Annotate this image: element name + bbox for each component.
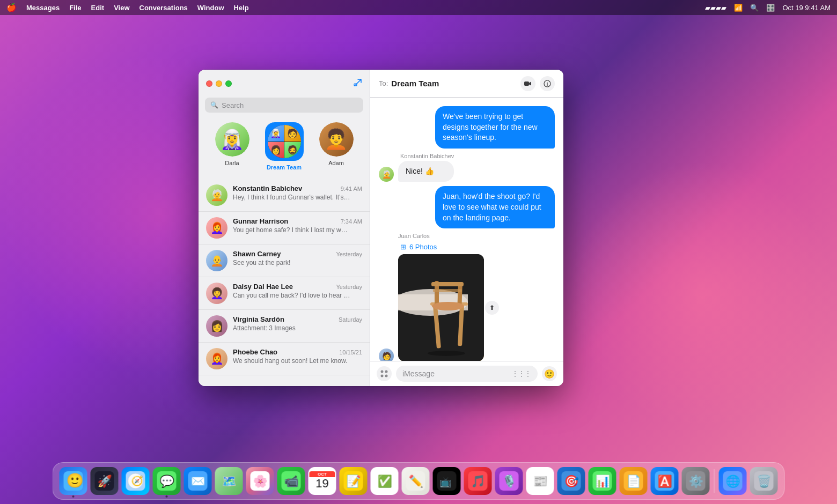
- apps-button[interactable]: [377, 366, 392, 381]
- avatar-daisy: 👩‍🦱: [206, 283, 227, 304]
- minimize-button[interactable]: [216, 80, 222, 87]
- dock-calendar[interactable]: OCT 19: [309, 467, 336, 495]
- conv-name-phoebe: Phoebe Chao: [233, 348, 336, 356]
- dock-system-preferences[interactable]: ⚙️: [682, 467, 710, 495]
- sidebar-titlebar: [199, 70, 370, 98]
- dock-launchpad[interactable]: 🚀: [91, 467, 119, 495]
- svg-text:🎵: 🎵: [471, 474, 486, 488]
- menubar-left: 🍎 Messages File Edit View Conversations …: [6, 3, 705, 12]
- dock-numbers[interactable]: 📊: [589, 467, 616, 495]
- svg-text:📄: 📄: [627, 474, 642, 488]
- conv-info-shawn: Shawn Carney Yesterday See you at the pa…: [233, 250, 362, 266]
- conv-item-gunnar[interactable]: 👩‍🦰 Gunnar Harrison 7:34 AM You get home…: [199, 212, 370, 244]
- dock-mail[interactable]: ✉️: [184, 467, 212, 495]
- menu-messages[interactable]: Messages: [26, 4, 60, 12]
- conv-info-phoebe: Phoebe Chao 10/15/21 We should hang out …: [233, 348, 362, 365]
- menu-window[interactable]: Window: [197, 4, 224, 12]
- conv-time-shawn: Yesterday: [336, 251, 362, 257]
- dock-reminders[interactable]: ✅: [371, 467, 399, 495]
- conv-item-konstantin[interactable]: 🧑‍🦳 Konstantin Babichev 9:41 AM Hey, I t…: [199, 179, 370, 212]
- dock-news[interactable]: 📰: [526, 467, 554, 495]
- svg-text:🗑️: 🗑️: [757, 474, 772, 488]
- avatar-konstantin: 🧑‍🦳: [206, 184, 227, 206]
- svg-text:💬: 💬: [160, 474, 175, 488]
- conv-item-daisy[interactable]: 👩‍🦱 Daisy Dal Hae Lee Yesterday Can you …: [199, 277, 370, 310]
- conv-item-phoebe[interactable]: 👩‍🦰 Phoebe Chao 10/15/21 We should hang …: [199, 343, 370, 375]
- menu-view[interactable]: View: [114, 4, 129, 12]
- traffic-lights: [206, 80, 232, 87]
- apple-menu[interactable]: 🍎: [6, 3, 17, 12]
- search-placeholder: Search: [222, 101, 244, 109]
- dock-maps[interactable]: 🗺️: [215, 467, 243, 495]
- svg-text:✏️: ✏️: [409, 474, 424, 488]
- dock-pages[interactable]: 📄: [620, 467, 648, 495]
- avatar-adam: 🧑‍🦱: [319, 122, 354, 157]
- conv-item-virginia[interactable]: 👩 Virginia Sardón Saturday Attachment: 3…: [199, 310, 370, 343]
- bubble-out-2: Juan, how'd the shoot go? I'd love to se…: [435, 186, 555, 228]
- search-status-icon[interactable]: 🔍: [750, 4, 759, 12]
- dock-photos[interactable]: 🌸: [246, 467, 274, 495]
- dock-appletv[interactable]: 📺: [433, 467, 461, 495]
- messages-sidebar: 🔍 Search 🧝‍♀️ Darla 🧝‍♀️ 🧑: [199, 70, 370, 386]
- svg-rect-12: [431, 282, 464, 286]
- conv-preview-phoebe: We should hang out soon! Let me know.: [233, 357, 351, 365]
- battery-icon: ▰▰▰▰: [705, 4, 726, 12]
- emoji-button[interactable]: 🙂: [542, 366, 557, 381]
- menu-help[interactable]: Help: [234, 4, 249, 12]
- svg-text:🗺️: 🗺️: [222, 474, 237, 488]
- conv-preview-shawn: See you at the park!: [233, 259, 351, 266]
- message-input-field[interactable]: iMessage ⋮⋮⋮: [396, 366, 538, 382]
- svg-text:🅰️: 🅰️: [658, 474, 673, 488]
- pinned-dreamteam[interactable]: 🧝‍♀️ 🧑 👩 🧔 Dream Team: [265, 122, 304, 171]
- avatar-virginia: 👩: [206, 315, 227, 337]
- pinned-name-adam: Adam: [328, 160, 344, 166]
- dock-messages[interactable]: 💬: [153, 467, 181, 495]
- svg-text:📹: 📹: [284, 474, 299, 488]
- close-button[interactable]: [206, 80, 212, 87]
- svg-text:🚀: 🚀: [98, 474, 113, 488]
- conv-info-virginia: Virginia Sardón Saturday Attachment: 3 I…: [233, 315, 362, 332]
- svg-text:🎯: 🎯: [564, 474, 579, 488]
- photo-chair[interactable]: [398, 254, 484, 361]
- photo-container: ⬆: [398, 254, 484, 361]
- dock-facetime[interactable]: 📹: [277, 467, 305, 495]
- conv-preview-konstantin: Hey, I think I found Gunnar's wallet. It…: [233, 194, 351, 201]
- dock-trash[interactable]: 🗑️: [750, 467, 778, 495]
- dock-podcasts[interactable]: 🎙️: [495, 467, 523, 495]
- dock-finder[interactable]: 🙂: [60, 467, 87, 495]
- conv-item-shawn[interactable]: 🧑‍🦲 Shawn Carney Yesterday See you at th…: [199, 244, 370, 277]
- dock-freeform[interactable]: ✏️: [402, 467, 430, 495]
- share-button[interactable]: ⬆: [485, 301, 499, 315]
- menu-edit[interactable]: Edit: [91, 4, 105, 12]
- conv-time-phoebe: 10/15/21: [339, 349, 362, 355]
- pinned-adam[interactable]: 🧑‍🦱 Adam: [319, 122, 354, 171]
- control-center-icon[interactable]: 🎛️: [766, 4, 775, 12]
- conv-name-gunnar: Gunnar Harrison: [233, 217, 337, 225]
- dock-screensaver[interactable]: 🌐: [719, 467, 747, 495]
- msg-out-2: Juan, how'd the shoot go? I'd love to se…: [435, 186, 555, 228]
- svg-text:⚙️: ⚙️: [689, 474, 704, 488]
- menubar: 🍎 Messages File Edit View Conversations …: [0, 0, 837, 15]
- dock-music[interactable]: 🎵: [464, 467, 492, 495]
- zoom-button[interactable]: [225, 80, 232, 87]
- dock-safari[interactable]: 🧭: [122, 467, 150, 495]
- bubble-in-konstantin: Nice! 👍: [398, 161, 454, 182]
- dock-notes[interactable]: 📝: [340, 467, 368, 495]
- menu-conversations[interactable]: Conversations: [140, 4, 188, 12]
- dock-keynote[interactable]: 🎯: [557, 467, 585, 495]
- conv-preview-gunnar: You get home safe? I think I lost my wal…: [233, 226, 351, 234]
- info-button[interactable]: i: [540, 76, 555, 91]
- svg-text:🙂: 🙂: [67, 472, 83, 489]
- avatar-dreamteam: 🧝‍♀️ 🧑 👩 🧔: [265, 122, 304, 161]
- avatar-msg-konstantin: 🧑‍🦳: [379, 167, 394, 182]
- video-call-button[interactable]: [520, 76, 535, 91]
- conv-name-daisy: Daisy Dal Hae Lee: [233, 283, 333, 291]
- pinned-darla[interactable]: 🧝‍♀️ Darla: [215, 122, 249, 171]
- pinned-name-dreamteam: Dream Team: [267, 164, 302, 171]
- menu-file[interactable]: File: [69, 4, 81, 12]
- dock-appstore[interactable]: 🅰️: [651, 467, 679, 495]
- pinned-name-darla: Darla: [225, 160, 239, 166]
- compose-button[interactable]: [354, 78, 362, 90]
- search-bar[interactable]: 🔍 Search: [205, 98, 363, 113]
- chat-panel: To: Dream Team i We've been trying to ge: [370, 70, 563, 386]
